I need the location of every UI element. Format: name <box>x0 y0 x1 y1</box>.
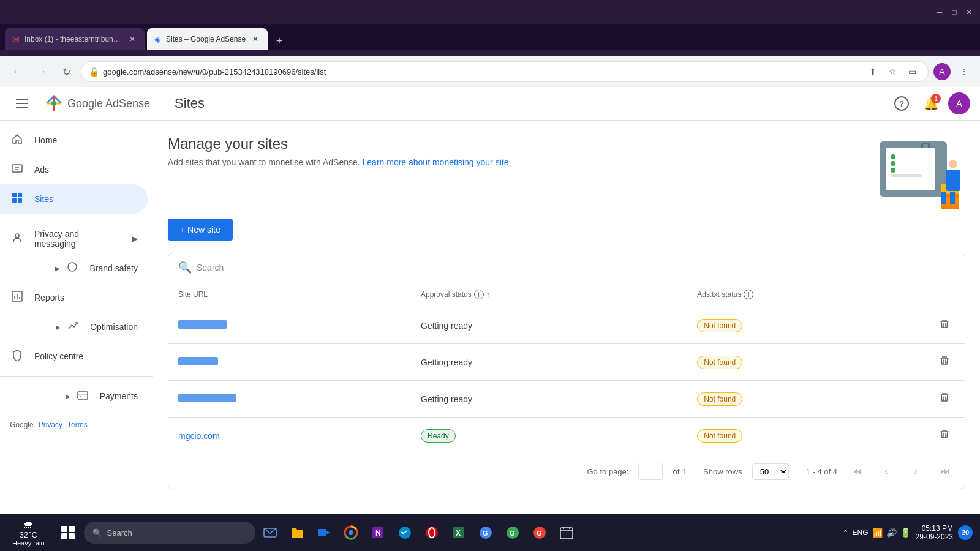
banner-description: Add sites that you want to monetise with… <box>168 157 508 167</box>
search-input[interactable] <box>197 263 955 272</box>
profile-icon[interactable]: A <box>933 63 951 80</box>
delete-btn-4[interactable] <box>934 426 955 445</box>
sidebar: ⌂ Home Home Ads <box>0 121 153 514</box>
col-header-approval: Approval status i ↑ <box>411 282 687 307</box>
adstxt-info-icon[interactable]: i <box>744 290 753 299</box>
sidebar-item-privacy[interactable]: Privacy and messaging ▶ <box>0 224 148 253</box>
svg-rect-1 <box>12 165 22 172</box>
last-page-btn[interactable]: ⏭ <box>935 462 955 481</box>
sidebar-item-reports[interactable]: Reports <box>0 283 148 312</box>
col-header-actions <box>924 282 965 307</box>
approval-status-cell-1: Getting ready <box>411 307 687 344</box>
tab1-close[interactable]: ✕ <box>127 34 137 44</box>
sidebar-item-sites[interactable]: Sites <box>0 184 148 214</box>
notifications-btn[interactable]: 🔔 1 <box>919 91 943 116</box>
next-page-btn[interactable]: › <box>906 462 925 481</box>
footer-privacy-link[interactable]: Privacy <box>39 421 62 429</box>
tab1-favicon: ✉ <box>12 34 20 44</box>
banner-learn-link[interactable]: Learn more about monetising your site <box>363 157 509 167</box>
adstxt-status-cell-3: Not found <box>687 381 924 418</box>
ads-txt-badge-2: Not found <box>697 356 742 369</box>
delete-btn-2[interactable] <box>934 353 955 372</box>
svg-rect-7 <box>18 198 22 203</box>
site-url-cell-3 <box>168 381 411 418</box>
approval-info-icon[interactable]: i <box>474 290 484 299</box>
ads-txt-badge-1: Not found <box>697 319 742 332</box>
hamburger-menu[interactable] <box>10 91 34 116</box>
goto-label: Go to page: <box>587 467 628 476</box>
privacy-icon <box>10 231 24 247</box>
table-row: Getting ready Not found <box>168 307 965 344</box>
logo-area: Google AdSense <box>44 94 150 113</box>
site-url-link-4[interactable]: mgcio.com <box>178 431 220 441</box>
share-icon[interactable]: ⬆ <box>864 63 881 80</box>
sidebar-item-home[interactable]: Home <box>0 126 148 155</box>
actions-cell-4 <box>924 418 965 454</box>
sidebar-label-home: Home <box>34 135 57 145</box>
sidebar-item-policy[interactable]: Policy centre <box>0 342 148 371</box>
new-site-button[interactable]: + New site <box>168 219 233 241</box>
approval-sort-icon[interactable]: ↑ <box>486 290 490 299</box>
delete-btn-3[interactable] <box>934 389 955 408</box>
table-row: mgcio.com Ready Not found <box>168 418 965 454</box>
sidebar-item-optimisation[interactable]: ▶ Optimisation <box>0 312 148 342</box>
footer-google: Google <box>10 421 34 429</box>
svg-rect-6 <box>12 198 17 203</box>
sidebar-item-brand[interactable]: ▶ Brand safety <box>0 253 148 283</box>
maximize-btn[interactable]: □ <box>949 7 959 17</box>
notification-badge: 1 <box>931 94 941 103</box>
site-url-cell-2 <box>168 344 411 381</box>
table-row: Getting ready Not found <box>168 381 965 418</box>
user-avatar[interactable]: A <box>948 92 970 114</box>
browser-tab-2[interactable]: ◈ Sites – Google AdSense ✕ <box>147 28 268 50</box>
title-bar: ─ □ ✕ <box>0 0 980 24</box>
address-bar-row: ← → ↻ 🔒 google.com/adsense/new/u/0/pub-2… <box>0 56 980 87</box>
rows-per-page-select[interactable]: 50 10 25 100 <box>752 463 789 480</box>
window-controls: ─ □ ✕ <box>935 7 974 17</box>
help-btn[interactable]: ? <box>889 91 914 116</box>
star-icon[interactable]: ☆ <box>884 63 901 80</box>
sidebar-footer: Google Privacy Terms <box>0 411 153 439</box>
app-container: ⌂ Home Home Ads <box>0 121 980 514</box>
table-row: Getting ready Not found <box>168 344 965 381</box>
tab2-favicon: ◈ <box>154 34 161 44</box>
pay-expand-left: ▶ <box>66 393 70 400</box>
svg-rect-16 <box>78 394 88 395</box>
col-header-ads-txt: Ads.txt status i <box>687 282 924 307</box>
sidebar-label-policy: Policy centre <box>34 351 83 361</box>
adstxt-status-cell-1: Not found <box>687 307 924 344</box>
new-tab-btn[interactable]: + <box>270 32 288 50</box>
sidebar-label-optimisation: Optimisation <box>90 322 138 332</box>
address-bar[interactable]: 🔒 google.com/adsense/new/u/0/pub-2153424… <box>81 61 929 82</box>
back-btn[interactable]: ← <box>7 62 27 81</box>
first-page-btn[interactable]: ⏮ <box>847 462 867 481</box>
svg-point-9 <box>68 263 77 271</box>
tab2-close[interactable]: ✕ <box>251 34 260 44</box>
footer-terms-link[interactable]: Terms <box>67 421 88 429</box>
search-row: 🔍 <box>168 253 965 282</box>
extension-icon[interactable]: ⋮ <box>956 63 973 80</box>
reload-btn[interactable]: ↻ <box>56 62 76 81</box>
url-text: google.com/adsense/new/u/0/pub-215342431… <box>103 67 326 77</box>
opt-expand-left: ▶ <box>56 324 61 331</box>
forward-btn[interactable]: → <box>32 62 51 81</box>
browser-tab-1[interactable]: ✉ Inbox (1) - theeasterntribuneoffi ✕ <box>5 28 145 50</box>
close-btn[interactable]: ✕ <box>964 7 974 17</box>
blurred-url-1 <box>178 320 227 329</box>
pagination-row: Go to page: of 1 Show rows 50 10 25 100 … <box>168 454 965 489</box>
page-input[interactable] <box>638 463 663 480</box>
sidebar-item-payments[interactable]: ▶ Payments <box>0 381 148 411</box>
svg-rect-4 <box>12 193 17 197</box>
side-panel-icon[interactable]: ▭ <box>903 63 921 80</box>
sidebar-item-ads[interactable]: Ads <box>0 155 148 184</box>
prev-page-btn[interactable]: ‹ <box>876 462 896 481</box>
sidebar-label-ads: Ads <box>34 165 49 174</box>
actions-cell-2 <box>924 344 965 381</box>
blurred-url-2 <box>178 357 218 365</box>
minimize-btn[interactable]: ─ <box>935 7 944 17</box>
app-topbar: Google AdSense Sites ? 🔔 1 A <box>0 87 980 121</box>
main-content: Manage your sites Add sites that you wan… <box>153 121 980 514</box>
delete-btn-1[interactable] <box>934 316 955 335</box>
banner-text: Manage your sites Add sites that you wan… <box>168 135 508 167</box>
sites-icon <box>10 192 24 207</box>
